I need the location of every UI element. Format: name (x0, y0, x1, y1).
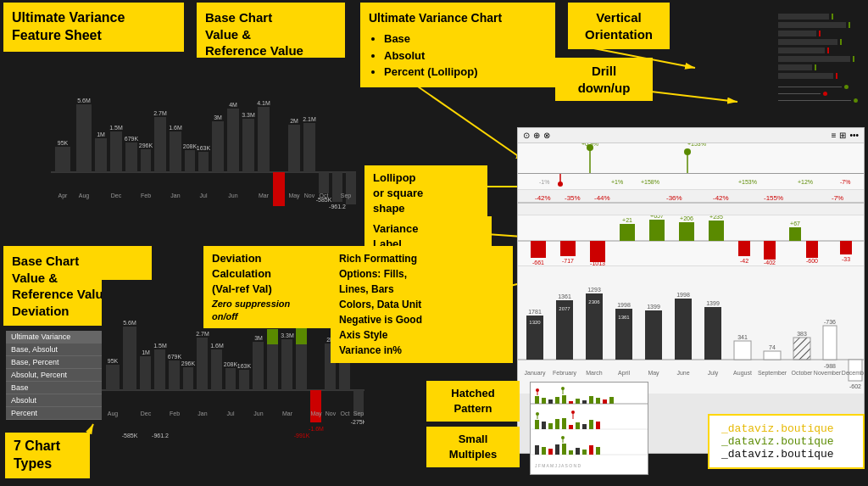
svg-text:679K: 679K (168, 354, 182, 360)
base-ref-callout: Base ChartValue &Reference Value (197, 3, 345, 66)
svg-text:-991K: -991K (338, 209, 354, 210)
svg-rect-21 (110, 131, 122, 172)
svg-point-255 (561, 436, 565, 439)
svg-rect-216 (555, 397, 559, 404)
svg-rect-186 (296, 327, 307, 344)
small-multiples-callout: SmallMultiples (426, 427, 520, 467)
svg-text:-275K: -275K (351, 419, 364, 425)
svg-rect-238 (589, 420, 593, 429)
svg-rect-218 (569, 401, 573, 404)
svg-rect-49 (319, 172, 329, 193)
svg-rect-181 (267, 329, 278, 344)
rich-formatting-text: Rich FormattingOptions: Fills,Lines, Bar… (339, 253, 422, 356)
svg-text:February: February (553, 370, 577, 377)
vertical-text: VerticalOrientation (585, 10, 653, 42)
svg-rect-23 (125, 142, 137, 172)
svg-rect-222 (596, 398, 600, 404)
chart-icon-2[interactable]: ⊕ (533, 131, 540, 140)
legend-item-0[interactable]: Ultimate Variance (6, 331, 108, 344)
svg-text:Feb: Feb (141, 193, 151, 198)
svg-rect-221 (589, 396, 593, 404)
deviation-calc-callout: DeviationCalculation(Val-ref Val) Zero s… (203, 246, 343, 328)
svg-rect-183 (281, 339, 292, 390)
svg-text:-585K: -585K (122, 433, 138, 439)
svg-text:1320: 1320 (529, 320, 541, 325)
small-multiples-text: SmallMultiples (449, 433, 497, 461)
svg-text:Sep: Sep (341, 193, 352, 199)
svg-rect-29 (170, 131, 181, 172)
svg-text:-36%: -36% (666, 194, 682, 202)
svg-text:163K: 163K (237, 363, 252, 369)
svg-rect-137 (793, 338, 810, 360)
svg-text:Nov: Nov (304, 193, 315, 198)
svg-rect-129 (675, 299, 692, 360)
legend-item-4[interactable]: Base (6, 382, 108, 394)
svg-rect-248 (562, 444, 566, 455)
svg-text:-155%: -155% (764, 194, 783, 202)
svg-rect-219 (576, 399, 580, 404)
svg-text:+1%: +1% (611, 179, 623, 185)
hatched-text: HatchedPattern (451, 387, 494, 415)
svg-text:-736: -736 (824, 319, 836, 325)
svg-rect-92 (649, 220, 665, 241)
svg-text:-961.2: -961.2 (152, 433, 169, 439)
legend-item-3[interactable]: Absolut, Percent (6, 369, 108, 382)
legend-item-5[interactable]: Absolut (6, 394, 108, 407)
legend-item-6[interactable]: Percent (6, 407, 108, 420)
chart-icon-3[interactable]: ⊗ (543, 131, 550, 140)
svg-rect-45 (288, 125, 300, 172)
svg-rect-158 (106, 365, 120, 390)
brand-line-3: _dataviz.boutique (721, 448, 851, 461)
svg-text:-602: -602 (849, 383, 861, 389)
svg-text:Jun: Jun (228, 193, 237, 198)
svg-rect-251 (582, 450, 587, 455)
chart-types-callout: Ultimate Variance Chart Base Absolut Per… (360, 3, 555, 87)
svg-text:5.6M: 5.6M (123, 320, 136, 326)
svg-text:Nov: Nov (326, 411, 337, 416)
svg-text:2.1M: 2.1M (303, 116, 316, 122)
svg-text:October: October (792, 370, 814, 376)
svg-rect-133 (734, 341, 751, 360)
svg-line-3 (415, 85, 526, 161)
legend-item-1[interactable]: Base, Absolut (6, 344, 108, 356)
svg-rect-94 (679, 222, 694, 241)
svg-text:-661: -661 (532, 260, 544, 265)
svg-text:383: 383 (797, 331, 807, 337)
svg-text:1399: 1399 (706, 300, 720, 306)
drill-callout: Drilldown/up (555, 58, 653, 101)
svg-text:-717: -717 (562, 258, 574, 264)
svg-text:296K: 296K (181, 360, 196, 366)
svg-text:Mar: Mar (282, 411, 293, 416)
chart-dots-icon[interactable]: ••• (849, 131, 859, 140)
svg-text:3.3M: 3.3M (281, 332, 294, 338)
svg-text:3.3M: 3.3M (242, 112, 255, 118)
legend-item-2[interactable]: Base, Percent (6, 356, 108, 369)
svg-rect-39 (242, 119, 254, 172)
svg-text:1M: 1M (142, 349, 150, 355)
svg-text:Feb: Feb (170, 411, 180, 416)
svg-rect-236 (576, 422, 580, 429)
chart-icon-1[interactable]: ⊙ (523, 131, 530, 140)
svg-text:-1%: -1% (539, 179, 549, 185)
svg-rect-168 (183, 367, 193, 390)
svg-text:2.7M: 2.7M (153, 110, 167, 116)
svg-text:-1013: -1013 (590, 260, 605, 266)
svg-text:Aug: Aug (108, 411, 119, 417)
svg-rect-224 (609, 397, 614, 404)
svg-rect-15 (55, 147, 70, 172)
svg-rect-31 (185, 150, 195, 172)
svg-point-80 (684, 148, 691, 155)
svg-rect-139 (823, 326, 837, 360)
svg-rect-170 (197, 338, 208, 390)
svg-text:1361: 1361 (618, 315, 630, 320)
svg-text:Mar: Mar (259, 193, 270, 198)
chart-expand-icon[interactable]: ⊞ (839, 131, 846, 140)
lollipop-callout: Lollipopor squareshape (364, 165, 487, 222)
svg-text:+206: +206 (680, 215, 693, 221)
svg-text:Apr: Apr (58, 193, 69, 199)
drill-text: Drilldown/up (578, 64, 631, 95)
chart-menu-icon[interactable]: ≡ (832, 131, 837, 140)
svg-rect-188 (310, 390, 321, 422)
svg-text:January: January (525, 370, 546, 377)
seven-chart-types-callout: 7 ChartTypes (5, 433, 90, 478)
